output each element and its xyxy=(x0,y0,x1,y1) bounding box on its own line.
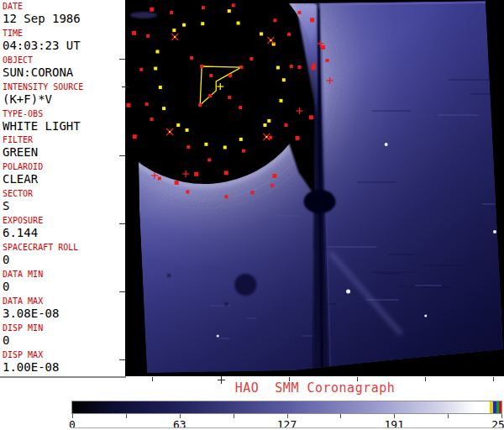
field-value: 0 xyxy=(3,253,125,267)
star-speck xyxy=(424,315,427,317)
fiducial-dot xyxy=(224,170,228,175)
field-value: 6.144 xyxy=(3,226,125,240)
fiducial-dot xyxy=(290,65,293,68)
fiducial-dot xyxy=(260,32,263,35)
fiducial-dot xyxy=(209,74,213,77)
colorbar-tick xyxy=(340,414,341,418)
fiducial-dot xyxy=(176,123,180,127)
fiducial-dot xyxy=(146,34,150,38)
metadata-field: DATE12 Sep 1986 xyxy=(3,2,125,29)
fiducial-dot xyxy=(249,57,253,60)
fiducial-dot xyxy=(162,107,165,110)
field-value: GREEN xyxy=(3,145,125,160)
fiducial-dot xyxy=(310,18,314,22)
fiducial-dot xyxy=(242,149,245,153)
fiducial-dot xyxy=(155,50,159,54)
image-caption: HAO SMM Coronagraph xyxy=(126,380,504,396)
fiducial-dot xyxy=(297,66,301,69)
field-value: 04:03:23 UT xyxy=(3,39,125,53)
fiducial-dot xyxy=(175,181,179,185)
fiducial-dot xyxy=(267,119,270,123)
occulter-ball xyxy=(303,190,335,213)
field-value: 1.00E-08 xyxy=(3,360,125,375)
metadata-field: SECTORS xyxy=(3,189,125,216)
fiducial-dot xyxy=(182,24,186,27)
x-mark-center xyxy=(169,131,171,133)
metadata-field: DATA MAX3.08E-08 xyxy=(3,296,125,323)
fiducial-dot xyxy=(145,102,149,106)
intensity-colorbar: 063127191255 xyxy=(71,401,502,414)
metadata-field: FILTERGREEN xyxy=(3,135,125,162)
star-speck xyxy=(217,335,219,338)
fiducial-dot xyxy=(312,63,315,66)
field-value: 0 xyxy=(3,333,125,348)
x-mark-center xyxy=(265,136,267,138)
star-speck xyxy=(346,290,350,294)
fiducial-dot xyxy=(150,118,154,121)
fiducial-dot xyxy=(201,22,204,25)
fiducial-dot xyxy=(133,134,137,139)
dust-spot xyxy=(224,302,228,306)
fiducial-dot xyxy=(250,191,254,194)
colorbar-tick xyxy=(448,414,449,418)
field-value: (K+F)*V xyxy=(3,92,125,107)
fiducial-dot xyxy=(282,78,286,81)
fiducial-dot xyxy=(186,128,189,132)
metadata-field: EXPOSURE6.144 xyxy=(3,216,125,243)
fiducial-dot xyxy=(272,174,276,178)
fiducial-dot xyxy=(194,172,198,176)
fiducial-dot xyxy=(172,29,176,32)
fiducial-dot xyxy=(154,67,157,71)
field-label: DATA MAX xyxy=(3,296,125,307)
film-corner-wisp xyxy=(130,12,157,18)
star-speck xyxy=(493,230,496,233)
fiducial-dot xyxy=(186,191,189,194)
field-value: CLEAR xyxy=(3,172,125,186)
metadata-field: TIME04:03:23 UT xyxy=(3,29,125,55)
field-label: OBJECT xyxy=(3,55,125,66)
fiducial-dot xyxy=(296,136,300,140)
field-label: TYPE-OBS xyxy=(3,109,125,119)
fiducial-dot xyxy=(200,65,203,68)
metadata-field: DISP MAX1.00E-08 xyxy=(3,350,125,377)
fiducial-dot xyxy=(326,59,329,62)
fiducial-dot xyxy=(223,146,227,149)
fiducial-dot xyxy=(276,66,280,70)
fiducial-dot xyxy=(263,123,266,127)
metadata-field: SPACECRAFT ROLL0 xyxy=(3,243,125,270)
colorbar-baseline xyxy=(71,427,504,428)
field-label: FILTER xyxy=(3,135,125,145)
colorbar-tick xyxy=(234,414,234,418)
field-label: TIME xyxy=(3,29,125,39)
fiducial-dot xyxy=(198,103,202,107)
metadata-field: OBJECTSUN:CORONA xyxy=(3,55,125,82)
fiducial-dot xyxy=(150,8,154,12)
field-label: POLAROID xyxy=(3,162,125,172)
fiducial-dot xyxy=(237,22,240,25)
fiducial-dot xyxy=(170,11,173,14)
field-label: DISP MAX xyxy=(3,350,125,360)
fiducial-dot xyxy=(232,3,235,7)
fiducial-dot xyxy=(269,136,272,139)
fiducial-dot xyxy=(202,6,205,9)
fiducial-dot xyxy=(207,159,211,162)
smm-coronagraph-viewer: DATE12 Sep 1986TIME04:03:23 UTOBJECTSUN:… xyxy=(0,0,504,430)
colorbar-tick xyxy=(126,414,127,418)
fiducial-dot xyxy=(280,99,283,102)
fiducial-dot xyxy=(239,138,243,141)
fiducial-dot xyxy=(228,96,231,99)
metadata-field: DISP MIN0 xyxy=(3,323,125,350)
fiducial-dot xyxy=(186,145,190,149)
metadata-sidebar: DATE12 Sep 1986TIME04:03:23 UTOBJECTSUN:… xyxy=(0,0,125,376)
x-mark-center xyxy=(174,36,176,38)
dust-spot xyxy=(167,274,171,277)
field-value: S xyxy=(3,199,125,213)
field-label: EXPOSURE xyxy=(3,216,125,226)
fiducial-dot xyxy=(285,123,288,127)
field-value: SUN:CORONA xyxy=(3,66,125,80)
fiducial-dot xyxy=(270,184,274,187)
x-mark-center xyxy=(270,39,271,41)
fiducial-dot xyxy=(321,45,325,50)
star-speck xyxy=(385,143,388,146)
field-label: DISP MIN xyxy=(3,323,125,333)
